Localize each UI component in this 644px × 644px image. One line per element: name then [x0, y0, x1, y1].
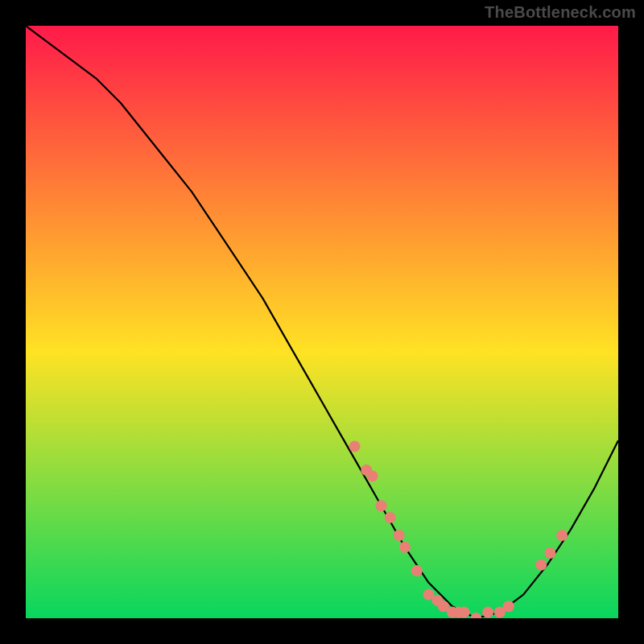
- chart-svg: [0, 0, 644, 644]
- marker-point: [367, 470, 378, 481]
- marker-point: [556, 530, 568, 541]
- marker-point: [394, 530, 405, 541]
- marker-point: [503, 601, 514, 612]
- marker-point: [544, 547, 555, 559]
- marker-point: [411, 565, 423, 576]
- attribution-label: TheBottleneck.com: [485, 3, 636, 22]
- plot-bg: [26, 26, 618, 618]
- marker-point: [459, 607, 470, 618]
- marker-point: [385, 512, 396, 523]
- marker-point: [399, 542, 411, 553]
- chart-container: TheBottleneck.com: [0, 0, 644, 644]
- marker-point: [376, 500, 387, 511]
- marker-point: [535, 559, 547, 571]
- marker-point: [349, 441, 361, 452]
- marker-point: [482, 607, 493, 618]
